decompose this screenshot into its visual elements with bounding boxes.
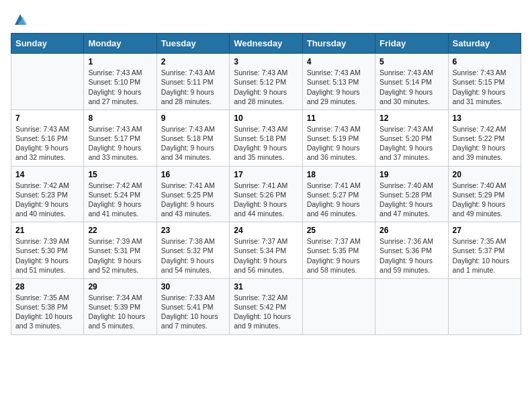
calendar-cell: 1Sunrise: 7:43 AM Sunset: 5:10 PM Daylig…	[84, 54, 157, 110]
day-info: Sunrise: 7:40 AM Sunset: 5:29 PM Dayligh…	[453, 181, 517, 219]
day-number: 30	[161, 282, 225, 291]
day-info: Sunrise: 7:42 AM Sunset: 5:22 PM Dayligh…	[453, 124, 517, 163]
weekday-header: Thursday	[302, 34, 375, 54]
calendar-cell: 2Sunrise: 7:43 AM Sunset: 5:11 PM Daylig…	[157, 54, 229, 110]
day-info: Sunrise: 7:43 AM Sunset: 5:15 PM Dayligh…	[453, 68, 517, 106]
calendar-cell: 26Sunrise: 7:36 AM Sunset: 5:36 PM Dayli…	[375, 222, 448, 279]
calendar-cell: 28Sunrise: 7:35 AM Sunset: 5:38 PM Dayli…	[11, 278, 84, 334]
day-info: Sunrise: 7:37 AM Sunset: 5:35 PM Dayligh…	[307, 236, 371, 275]
day-number: 28	[15, 282, 79, 291]
calendar-cell: 20Sunrise: 7:40 AM Sunset: 5:29 PM Dayli…	[448, 166, 521, 222]
weekday-header: Monday	[84, 34, 157, 54]
day-number: 24	[234, 226, 298, 235]
day-number: 8	[88, 113, 152, 123]
weekday-header: Friday	[375, 34, 448, 54]
logo-icon	[12, 11, 28, 28]
calendar-cell: 29Sunrise: 7:34 AM Sunset: 5:39 PM Dayli…	[84, 278, 157, 334]
weekday-header: Sunday	[11, 34, 84, 54]
calendar-cell: 6Sunrise: 7:43 AM Sunset: 5:15 PM Daylig…	[448, 54, 521, 110]
calendar-cell: 22Sunrise: 7:39 AM Sunset: 5:31 PM Dayli…	[84, 222, 157, 279]
calendar-cell	[448, 278, 521, 334]
day-info: Sunrise: 7:36 AM Sunset: 5:36 PM Dayligh…	[380, 236, 443, 275]
calendar-cell: 12Sunrise: 7:43 AM Sunset: 5:20 PM Dayli…	[375, 109, 448, 166]
calendar-cell: 30Sunrise: 7:33 AM Sunset: 5:41 PM Dayli…	[157, 278, 229, 334]
day-number: 27	[453, 226, 517, 235]
day-info: Sunrise: 7:32 AM Sunset: 5:42 PM Dayligh…	[234, 293, 298, 331]
day-number: 26	[380, 226, 443, 235]
calendar-cell: 5Sunrise: 7:43 AM Sunset: 5:14 PM Daylig…	[375, 54, 448, 110]
day-info: Sunrise: 7:43 AM Sunset: 5:18 PM Dayligh…	[234, 124, 298, 163]
day-info: Sunrise: 7:43 AM Sunset: 5:12 PM Dayligh…	[234, 68, 298, 106]
day-info: Sunrise: 7:41 AM Sunset: 5:27 PM Dayligh…	[307, 181, 371, 219]
day-info: Sunrise: 7:39 AM Sunset: 5:31 PM Dayligh…	[88, 236, 152, 275]
day-info: Sunrise: 7:43 AM Sunset: 5:20 PM Dayligh…	[380, 124, 443, 163]
day-number: 4	[307, 57, 371, 66]
calendar-cell: 4Sunrise: 7:43 AM Sunset: 5:13 PM Daylig…	[302, 54, 375, 110]
calendar-cell: 9Sunrise: 7:43 AM Sunset: 5:18 PM Daylig…	[157, 109, 229, 166]
calendar-cell: 15Sunrise: 7:42 AM Sunset: 5:24 PM Dayli…	[84, 166, 157, 222]
day-number: 10	[234, 113, 298, 123]
day-number: 13	[453, 113, 517, 123]
day-number: 3	[234, 57, 298, 66]
day-info: Sunrise: 7:42 AM Sunset: 5:23 PM Dayligh…	[15, 181, 79, 219]
day-info: Sunrise: 7:43 AM Sunset: 5:13 PM Dayligh…	[307, 68, 371, 106]
calendar-cell: 7Sunrise: 7:43 AM Sunset: 5:16 PM Daylig…	[11, 109, 84, 166]
day-info: Sunrise: 7:42 AM Sunset: 5:24 PM Dayligh…	[88, 181, 152, 219]
calendar-cell: 21Sunrise: 7:39 AM Sunset: 5:30 PM Dayli…	[11, 222, 84, 279]
page-header	[11, 11, 521, 28]
calendar-cell: 24Sunrise: 7:37 AM Sunset: 5:34 PM Dayli…	[230, 222, 302, 279]
day-info: Sunrise: 7:38 AM Sunset: 5:32 PM Dayligh…	[161, 236, 225, 275]
day-info: Sunrise: 7:40 AM Sunset: 5:28 PM Dayligh…	[380, 181, 443, 219]
day-info: Sunrise: 7:43 AM Sunset: 5:18 PM Dayligh…	[161, 124, 225, 163]
day-info: Sunrise: 7:43 AM Sunset: 5:19 PM Dayligh…	[307, 124, 371, 163]
day-number: 9	[161, 113, 225, 123]
calendar-cell: 3Sunrise: 7:43 AM Sunset: 5:12 PM Daylig…	[230, 54, 302, 110]
day-info: Sunrise: 7:41 AM Sunset: 5:26 PM Dayligh…	[234, 181, 298, 219]
day-number: 31	[234, 282, 298, 291]
day-number: 17	[234, 170, 298, 179]
calendar-cell: 23Sunrise: 7:38 AM Sunset: 5:32 PM Dayli…	[157, 222, 229, 279]
day-number: 23	[161, 226, 225, 235]
calendar-cell: 19Sunrise: 7:40 AM Sunset: 5:28 PM Dayli…	[375, 166, 448, 222]
calendar-cell: 16Sunrise: 7:41 AM Sunset: 5:25 PM Dayli…	[157, 166, 229, 222]
day-number: 29	[88, 282, 152, 291]
day-number: 7	[15, 113, 79, 123]
calendar-cell: 18Sunrise: 7:41 AM Sunset: 5:27 PM Dayli…	[302, 166, 375, 222]
day-info: Sunrise: 7:39 AM Sunset: 5:30 PM Dayligh…	[15, 236, 79, 275]
calendar-cell: 27Sunrise: 7:35 AM Sunset: 5:37 PM Dayli…	[448, 222, 521, 279]
day-number: 15	[88, 170, 152, 179]
day-info: Sunrise: 7:37 AM Sunset: 5:34 PM Dayligh…	[234, 236, 298, 275]
day-number: 6	[453, 57, 517, 66]
day-info: Sunrise: 7:43 AM Sunset: 5:17 PM Dayligh…	[88, 124, 152, 163]
calendar-cell	[11, 54, 84, 110]
weekday-header: Tuesday	[157, 34, 229, 54]
weekday-header: Saturday	[448, 34, 521, 54]
day-info: Sunrise: 7:35 AM Sunset: 5:38 PM Dayligh…	[15, 293, 79, 331]
day-number: 2	[161, 57, 225, 66]
day-info: Sunrise: 7:33 AM Sunset: 5:41 PM Dayligh…	[161, 293, 225, 331]
day-number: 19	[380, 170, 443, 179]
day-info: Sunrise: 7:43 AM Sunset: 5:16 PM Dayligh…	[15, 124, 79, 163]
calendar-cell: 11Sunrise: 7:43 AM Sunset: 5:19 PM Dayli…	[302, 109, 375, 166]
day-number: 21	[15, 226, 79, 235]
calendar-cell: 14Sunrise: 7:42 AM Sunset: 5:23 PM Dayli…	[11, 166, 84, 222]
day-info: Sunrise: 7:43 AM Sunset: 5:10 PM Dayligh…	[88, 68, 152, 106]
weekday-header: Wednesday	[230, 34, 302, 54]
calendar-cell: 31Sunrise: 7:32 AM Sunset: 5:42 PM Dayli…	[230, 278, 302, 334]
day-info: Sunrise: 7:43 AM Sunset: 5:11 PM Dayligh…	[161, 68, 225, 106]
day-number: 22	[88, 226, 152, 235]
calendar-cell: 8Sunrise: 7:43 AM Sunset: 5:17 PM Daylig…	[84, 109, 157, 166]
day-number: 25	[307, 226, 371, 235]
calendar-cell: 10Sunrise: 7:43 AM Sunset: 5:18 PM Dayli…	[230, 109, 302, 166]
day-info: Sunrise: 7:41 AM Sunset: 5:25 PM Dayligh…	[161, 181, 225, 219]
day-number: 20	[453, 170, 517, 179]
day-number: 1	[88, 57, 152, 66]
calendar-cell: 17Sunrise: 7:41 AM Sunset: 5:26 PM Dayli…	[230, 166, 302, 222]
day-number: 11	[307, 113, 371, 123]
calendar-cell: 25Sunrise: 7:37 AM Sunset: 5:35 PM Dayli…	[302, 222, 375, 279]
logo	[11, 11, 28, 28]
calendar-cell: 13Sunrise: 7:42 AM Sunset: 5:22 PM Dayli…	[448, 109, 521, 166]
calendar-cell	[375, 278, 448, 334]
day-number: 12	[380, 113, 443, 123]
day-number: 14	[15, 170, 79, 179]
